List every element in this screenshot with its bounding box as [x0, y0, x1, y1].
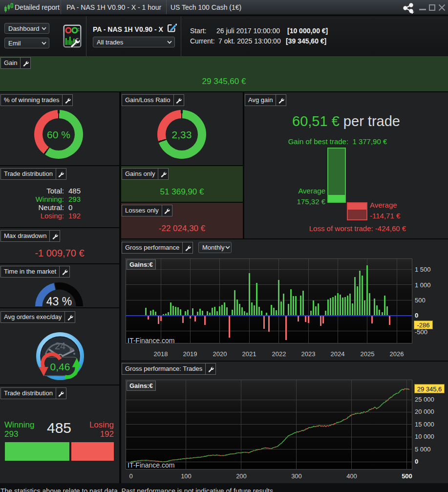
svg-text:24: 24 — [55, 341, 65, 351]
svg-text:43 %: 43 % — [46, 295, 72, 307]
svg-text:0,46: 0,46 — [50, 361, 70, 372]
